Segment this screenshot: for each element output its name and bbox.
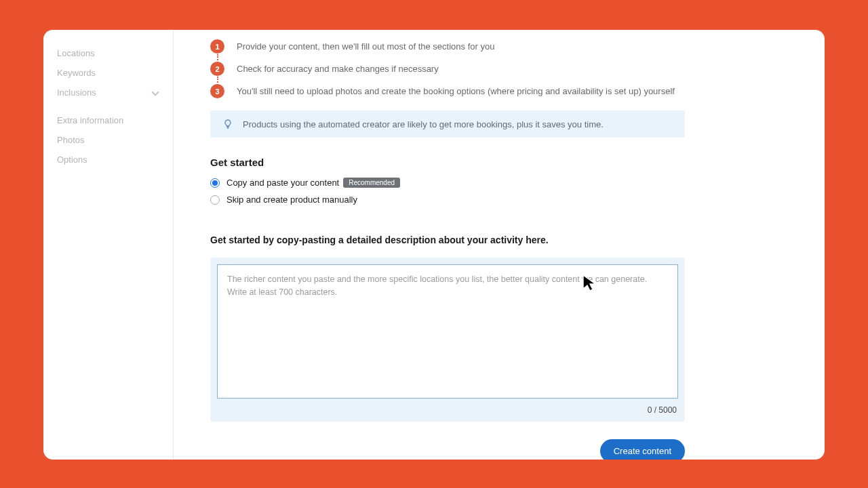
- char-counter: 0 / 5000: [217, 401, 678, 415]
- main-content: 1 Provide your content, then we'll fill …: [210, 30, 685, 460]
- step-number-badge: 2: [210, 62, 224, 76]
- radio-label: Copy and paste your content: [226, 178, 339, 188]
- chevron-down-icon: [151, 89, 159, 97]
- sidebar-item-label: Options: [57, 155, 87, 165]
- sidebar-item-label: Keywords: [57, 68, 96, 78]
- radio-label: Skip and create product manually: [226, 195, 357, 205]
- create-content-button[interactable]: Create content: [600, 439, 685, 460]
- step-text: You'll still need to upload photos and c…: [237, 84, 675, 98]
- editor-container: 0 / 5000: [210, 258, 685, 422]
- steps-list: 1 Provide your content, then we'll fill …: [210, 39, 685, 98]
- sidebar-item-options[interactable]: Options: [53, 150, 163, 169]
- step-row: 2 Check for accuracy and make changes if…: [210, 62, 685, 84]
- radio-input[interactable]: [210, 195, 220, 205]
- radio-input-checked[interactable]: [210, 178, 220, 188]
- radio-skip-manual[interactable]: Skip and create product manually: [210, 195, 685, 205]
- sidebar-item-locations[interactable]: Locations: [53, 43, 163, 63]
- sidebar-item-photos[interactable]: Photos: [53, 130, 163, 150]
- step-number-badge: 1: [210, 39, 224, 54]
- sidebar-item-keywords[interactable]: Keywords: [53, 63, 163, 83]
- step-text: Check for accuracy and make changes if n…: [237, 62, 439, 76]
- description-textarea[interactable]: [217, 264, 678, 399]
- radio-copy-paste[interactable]: Copy and paste your content Recommended: [210, 178, 685, 188]
- tip-callout: Products using the automated creator are…: [210, 110, 685, 138]
- recommended-badge: Recommended: [343, 178, 400, 188]
- editor-heading: Get started by copy-pasting a detailed d…: [210, 233, 685, 247]
- tip-text: Products using the automated creator are…: [243, 119, 604, 129]
- step-row: 1 Provide your content, then we'll fill …: [210, 39, 685, 62]
- main-scroll[interactable]: 1 Provide your content, then we'll fill …: [174, 30, 825, 460]
- sidebar-item-inclusions[interactable]: Inclusions: [53, 83, 163, 102]
- app-window: Locations Keywords Inclusions Extra info…: [43, 30, 825, 460]
- lightbulb-icon: [222, 119, 233, 129]
- sidebar-item-label: Locations: [57, 48, 95, 58]
- step-number-badge: 3: [210, 84, 224, 98]
- step-row: 3 You'll still need to upload photos and…: [210, 84, 685, 98]
- sidebar-item-label: Photos: [57, 135, 84, 145]
- sidebar-item-label: Extra information: [57, 115, 123, 125]
- step-text: Provide your content, then we'll fill ou…: [237, 39, 494, 54]
- get-started-heading: Get started: [210, 157, 685, 168]
- actions-row: Create content: [210, 422, 685, 460]
- sidebar-item-extra-information[interactable]: Extra information: [53, 110, 163, 130]
- sidebar-item-label: Inclusions: [57, 87, 96, 98]
- sidebar: Locations Keywords Inclusions Extra info…: [43, 30, 174, 460]
